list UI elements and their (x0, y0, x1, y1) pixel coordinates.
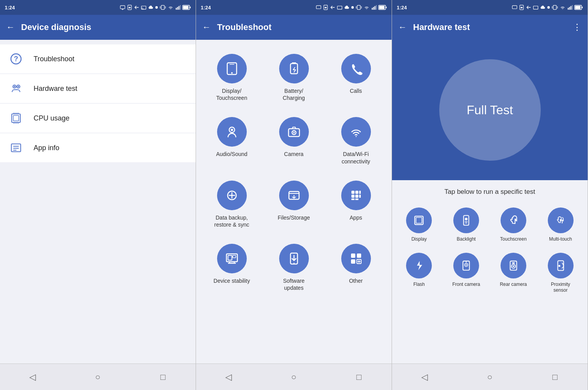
trouble-item-files[interactable]: Files/Storage (264, 174, 323, 234)
svg-rect-38 (357, 5, 360, 10)
hw-front-camera-label: Front camera (452, 282, 480, 288)
menu-item-cpu-usage[interactable]: CPU usage (0, 104, 196, 133)
trouble-item-software[interactable]: Softwareupdates (264, 238, 323, 298)
hw-touchscreen-label: Touchscreen (500, 236, 527, 243)
nav-back-2[interactable]: ◁ (222, 370, 236, 384)
svg-point-76 (293, 263, 294, 264)
nav-home-1[interactable]: ○ (91, 370, 105, 384)
battery-icon-3 (574, 5, 583, 10)
trouble-item-other[interactable]: Other (326, 238, 385, 298)
apps-label: Apps (350, 214, 362, 221)
svg-rect-35 (325, 7, 327, 8)
trouble-item-apps[interactable]: Apps (326, 174, 385, 234)
dot-icon-3 (547, 6, 550, 9)
page-title-1: Device diagnosis (21, 22, 189, 32)
trouble-item-display[interactable]: Display/Touchscreen (202, 48, 261, 108)
panel-hardware-test: 1:24 ← Hardware test ⋮ Full Test Tap bel… (392, 0, 588, 390)
hw-backlight-icon (453, 207, 479, 233)
nav-home-2[interactable]: ○ (287, 370, 301, 384)
cloud-icon (148, 5, 153, 10)
svg-point-102 (465, 218, 468, 220)
dot-icon (155, 6, 158, 9)
back-button-1[interactable]: ← (6, 22, 15, 32)
svg-rect-62 (355, 191, 358, 194)
hw-item-backlight[interactable]: Backlight (444, 204, 489, 246)
menu-item-troubleshoot[interactable]: ? Troubleshoot (0, 44, 196, 73)
svg-rect-84 (512, 5, 517, 9)
hw-item-touchscreen[interactable]: Touchscreen (491, 204, 536, 246)
trouble-item-wifi[interactable]: Data/Wi-Ficonnectivity (326, 111, 385, 171)
trouble-item-stability[interactable]: Device stability (202, 238, 261, 298)
status-time-2: 1:24 (201, 5, 211, 11)
trouble-item-camera[interactable]: Camera (264, 111, 323, 171)
svg-rect-66 (359, 195, 361, 198)
software-updates-label: Softwareupdates (283, 277, 305, 291)
svg-point-53 (231, 129, 233, 131)
hw-item-display[interactable]: Display (397, 204, 442, 246)
hw-item-proximity[interactable]: Proximitysensor (538, 249, 583, 298)
nav-home-3[interactable]: ○ (483, 370, 497, 384)
cpu-usage-icon (9, 112, 23, 125)
hw-item-rear-camera[interactable]: Rear camera (491, 249, 536, 298)
svg-rect-36 (337, 6, 342, 9)
svg-point-49 (231, 72, 233, 74)
data-wifi-icon (341, 117, 371, 147)
svg-rect-80 (351, 259, 355, 264)
panel-troubleshoot: 1:24 ← Troubleshoot Display/Touchscre (196, 0, 392, 390)
apps-icon (341, 181, 371, 210)
notification-icon (120, 5, 125, 10)
trouble-item-battery[interactable]: Battery/Charging (264, 48, 323, 108)
trouble-item-backup[interactable]: Data backup,restore & sync (202, 174, 261, 234)
nav-square-2[interactable]: □ (352, 370, 366, 384)
nav-bar-2: ◁ ○ □ (196, 363, 392, 390)
back-button-2[interactable]: ← (202, 22, 211, 32)
svg-rect-97 (575, 6, 581, 9)
svg-rect-65 (355, 195, 358, 198)
status-bar-1: 1:24 (0, 0, 196, 15)
hw-item-front-camera[interactable]: Front camera (444, 249, 489, 298)
svg-point-112 (558, 265, 560, 267)
svg-point-56 (293, 132, 295, 133)
svg-rect-89 (553, 5, 556, 10)
trouble-item-audio[interactable]: Audio/Sound (202, 111, 261, 171)
svg-point-105 (465, 264, 467, 265)
svg-point-88 (547, 6, 550, 9)
hw-multitouch-icon (548, 207, 574, 233)
hw-touchscreen-icon (501, 207, 526, 233)
nav-back-3[interactable]: ◁ (418, 370, 432, 384)
hw-item-multitouch[interactable]: Multi-touch (538, 204, 583, 246)
trouble-item-calls[interactable]: Calls (326, 48, 385, 108)
svg-rect-2 (129, 7, 131, 8)
vibrate-icon-2 (356, 5, 362, 10)
hw-multitouch-label: Multi-touch (549, 236, 572, 243)
svg-rect-33 (316, 5, 321, 9)
nav-square-1[interactable]: □ (156, 370, 170, 384)
files-storage-label: Files/Storage (278, 214, 310, 221)
back-icon-status-3 (526, 5, 531, 10)
nav-back-1[interactable]: ◁ (26, 370, 40, 384)
nav-square-3[interactable]: □ (548, 370, 562, 384)
battery-icon (182, 5, 191, 10)
svg-rect-79 (357, 254, 361, 258)
menu-item-hardware-test[interactable]: Hardware test (0, 74, 196, 103)
hw-flash-icon (406, 253, 432, 278)
back-button-3[interactable]: ← (398, 22, 407, 32)
wifi-icon-status-2 (363, 5, 370, 10)
trouble-content: Display/Touchscreen Battery/Charging Cal… (196, 40, 392, 363)
menu-dots-3[interactable]: ⋮ (573, 22, 581, 32)
svg-rect-14 (190, 7, 191, 8)
hw-item-flash[interactable]: Flash (397, 249, 442, 298)
full-test-button[interactable]: Full Test (439, 59, 541, 161)
camera-label: Camera (284, 151, 304, 158)
signal-icon-2 (371, 5, 377, 10)
hw-proximity-label: Proximitysensor (551, 282, 570, 294)
notification-icon-2 (316, 5, 321, 10)
svg-rect-94 (570, 6, 571, 10)
app-info-icon (9, 141, 23, 154)
menu-item-app-info[interactable]: App info (0, 133, 196, 162)
hw-content: Full Test Tap below to run a specific te… (392, 40, 588, 363)
cloud-icon-3 (540, 5, 545, 10)
back-icon-status-2 (330, 5, 335, 10)
status-bar-3: 1:24 (392, 0, 588, 15)
vibrate-icon-3 (552, 5, 558, 10)
